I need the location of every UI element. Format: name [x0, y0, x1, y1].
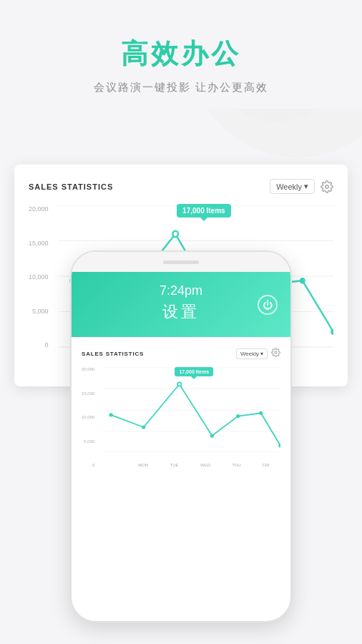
phone-y-label-5: 20,000 — [82, 367, 94, 371]
x-label-fri: FRI — [263, 463, 270, 467]
y-label-1: 0 — [45, 341, 49, 348]
phone-chart-dot — [109, 413, 112, 416]
phone-tooltip-text: 17,000 Items — [179, 369, 209, 374]
power-icon[interactable]: ⏻ — [258, 295, 278, 315]
x-label-mon: MON — [138, 463, 148, 467]
phone-chevron-down-icon: ▾ — [260, 351, 263, 357]
phone-y-axis: 20,000 15,000 10,000 5,000 0 — [82, 367, 97, 467]
phone-chart-content: 17,000 Items — [104, 367, 280, 467]
phone-speaker — [163, 260, 199, 264]
weekly-label: Weekly — [276, 182, 302, 191]
phone-chart-dot — [278, 444, 280, 447]
hero-section: 高效办公 会议路演一键投影 让办公更高效 — [0, 0, 362, 109]
svg-point-6 — [275, 351, 277, 353]
phone-chart-dot — [210, 434, 214, 437]
phone-chart-dot — [142, 425, 145, 429]
tooltip-text: 17,000 Items — [182, 207, 225, 215]
phone-card-title: SALES STATISTICS — [82, 351, 144, 357]
phone-weekly-label: Weekly — [240, 351, 259, 357]
y-label-4: 15,000 — [29, 240, 49, 247]
x-label-tue: TUE — [170, 463, 179, 467]
y-axis: 20,000 15,000 10,000 5,000 0 — [29, 205, 53, 348]
phone-chart-line — [111, 384, 280, 446]
phone-chart-area: 20,000 15,000 10,000 5,000 0 17,000 Item… — [82, 367, 280, 482]
phone-weekly-dropdown[interactable]: Weekly ▾ — [236, 348, 268, 359]
gear-icon[interactable] — [321, 180, 333, 193]
x-label-wed: WED — [200, 463, 210, 467]
y-label-3: 10,000 — [29, 273, 49, 280]
hero-title: 高效办公 — [14, 36, 348, 72]
x-axis-labels: MON TUE WED THU FRI — [127, 463, 280, 467]
phone-time: 7:24pm — [86, 283, 276, 298]
phone-y-label-3: 10,000 — [82, 415, 94, 419]
phone-chart-dot-highlight — [177, 382, 181, 386]
phone-settings-label: 设置 — [86, 301, 276, 323]
hero-subtitle: 会议路演一键投影 让办公更高效 — [14, 81, 348, 94]
phone-controls: Weekly ▾ — [236, 347, 280, 360]
phone-y-label-4: 15,000 — [82, 391, 94, 396]
y-label-2: 5,000 — [32, 308, 49, 315]
chart-dot — [331, 329, 333, 335]
phone-y-label-2: 5,000 — [84, 439, 94, 444]
svg-point-0 — [326, 185, 329, 188]
phone-chart-card: SALES STATISTICS Weekly ▾ 20,000 15,000 — [72, 337, 290, 489]
phone-chart-dot — [236, 414, 240, 418]
phone-header: 7:24pm 设置 ⏻ — [72, 272, 290, 337]
phone-chart-dot — [259, 411, 263, 415]
chart-tooltip: 17,000 Items — [177, 204, 231, 218]
monitor-controls: Weekly ▾ — [270, 179, 333, 194]
y-label-5: 20,000 — [29, 205, 49, 213]
phone-y-label-1: 0 — [92, 463, 94, 467]
phone-mockup: 7:24pm 设置 ⏻ SALES STATISTICS Weekly ▾ — [70, 250, 292, 623]
monitor-card-header: SALES STATISTICS Weekly ▾ — [29, 179, 333, 194]
x-label-thu: THU — [232, 463, 240, 467]
phone-chart-tooltip: 17,000 Items — [175, 367, 213, 376]
phone-line-chart-svg — [104, 367, 280, 453]
chart-dot-highlight — [172, 231, 178, 237]
phone-notch — [72, 252, 290, 272]
monitor-card-title: SALES STATISTICS — [29, 182, 113, 191]
chart-dot — [300, 278, 305, 283]
phone-card-header: SALES STATISTICS Weekly ▾ — [82, 347, 280, 360]
chevron-down-icon: ▾ — [304, 182, 308, 191]
phone-gear-icon[interactable] — [271, 347, 280, 360]
weekly-dropdown[interactable]: Weekly ▾ — [270, 179, 315, 194]
